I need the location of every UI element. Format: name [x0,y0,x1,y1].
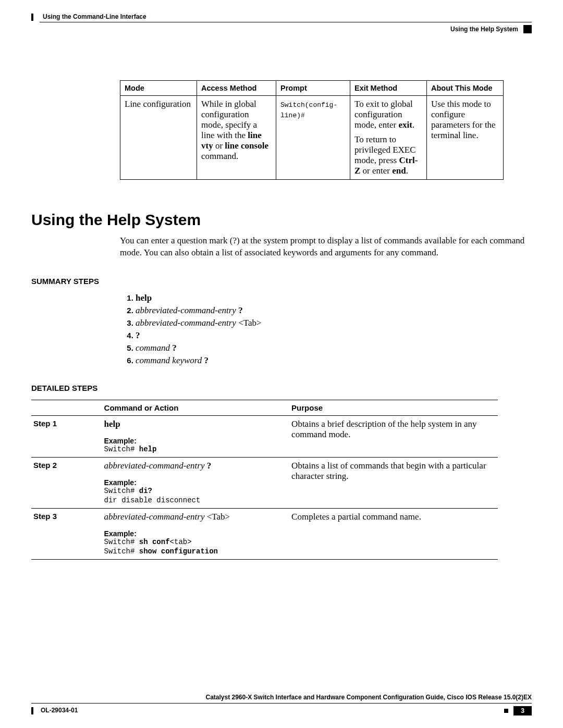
mode-cell-access: While in global configuration mode, spec… [197,96,276,180]
summary-item-6: command keyword ? [136,355,532,366]
footer-tick-icon [31,707,33,714]
steps-header-step [31,400,102,415]
header-left-group: Using the Command-Line Interface [31,13,146,21]
summary-item-1: help [136,293,532,303]
mode-header-about: About This Mode [427,81,504,96]
step-row-3: Step 3 abbreviated-command-entry <Tab> E… [31,509,498,560]
step-label-1: Step 1 [31,415,102,458]
step-purpose-3: Completes a partial command name. [289,509,498,560]
page-header: Using the Command-Line Interface Using t… [31,13,532,33]
header-left-text: Using the Command-Line Interface [43,13,146,20]
page-footer: Catalyst 2960-X Switch Interface and Har… [31,694,532,715]
steps-header-cmd: Command or Action [102,400,290,415]
step-row-1: Step 1 help Example: Switch# help Obtain… [31,415,498,458]
header-right-text: Using the Help System [450,26,518,33]
step-label-2: Step 2 [31,458,102,509]
step-label-3: Step 3 [31,509,102,560]
step-purpose-1: Obtains a brief description of the help … [289,415,498,458]
summary-item-5: command ? [136,343,532,353]
page-number: 3 [513,706,532,715]
summary-item-3: abbreviated-command-entry <Tab> [136,318,532,328]
header-tick-icon [31,14,33,21]
mode-cell-exit: To exit to global configuration mode, en… [350,96,427,180]
header-right-group: Using the Help System [450,25,532,33]
step-row-2: Step 2 abbreviated-command-entry ? Examp… [31,458,498,509]
footer-right: 3 [504,705,532,715]
step-cmd-2: abbreviated-command-entry ? Example: Swi… [102,458,290,509]
mode-header-access: Access Method [197,81,276,96]
detailed-steps-head: DETAILED STEPS [31,384,532,392]
header-rule [40,22,532,22]
summary-item-2: abbreviated-command-entry ? [136,305,532,316]
section-intro: You can enter a question mark (?) at the… [120,235,532,259]
footer-rule [31,703,532,704]
footer-docid: OL-29034-01 [41,707,78,714]
detailed-steps-table: Command or Action Purpose Step 1 help Ex… [31,400,498,560]
step-cmd-1: help Example: Switch# help [102,415,290,458]
footer-doc-title: Catalyst 2960-X Switch Interface and Har… [31,694,532,701]
page: Using the Command-Line Interface Using t… [0,0,563,728]
mode-table: Mode Access Method Prompt Exit Method Ab… [120,80,504,180]
mode-cell-mode: Line configuration [120,96,197,180]
footer-mark-icon [504,709,508,713]
mode-header-prompt: Prompt [276,81,350,96]
summary-list: help abbreviated-command-entry ? abbrevi… [136,293,532,366]
summary-item-4: ? [136,330,532,341]
header-block-icon [523,25,532,33]
mode-header-exit: Exit Method [350,81,427,96]
step-purpose-2: Obtains a list of commands that begin wi… [289,458,498,509]
mode-cell-about: Use this mode to configure parameters fo… [427,96,504,180]
mode-row: Line configuration While in global confi… [120,96,504,180]
steps-header-purpose: Purpose [289,400,498,415]
summary-steps-head: SUMMARY STEPS [31,277,532,286]
mode-header-mode: Mode [120,81,197,96]
mode-cell-prompt: Switch(config-line)# [276,96,350,180]
footer-left: OL-29034-01 [31,706,78,714]
section-title: Using the Help System [31,211,532,229]
step-cmd-3: abbreviated-command-entry <Tab> Example:… [102,509,290,560]
